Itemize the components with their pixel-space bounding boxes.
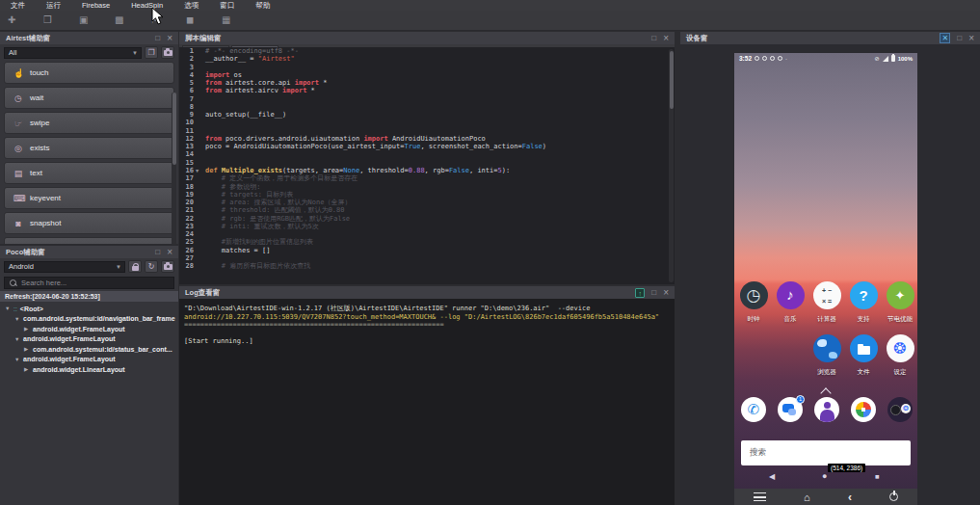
- phone-search-bar[interactable]: 搜索: [741, 440, 911, 465]
- phone-status-bar: 3:52 · ⊘ 100%: [734, 53, 917, 64]
- line-number: 22: [179, 215, 194, 223]
- close-panel-icon[interactable]: [167, 34, 172, 43]
- close-panel-icon[interactable]: [167, 248, 172, 257]
- app-photos[interactable]: [845, 397, 882, 426]
- app-clock[interactable]: 时钟: [735, 281, 772, 324]
- app-phone[interactable]: [735, 397, 772, 426]
- sleep-action-button[interactable]: ☾sleep: [4, 237, 174, 244]
- menu-item[interactable]: 窗口: [209, 1, 245, 11]
- float-panel-icon[interactable]: [651, 288, 656, 297]
- code-text: #新增找到的图片位置信息列表: [205, 238, 313, 246]
- code-line: 6from airtest.aircv import *: [179, 87, 675, 94]
- fold-marker-icon[interactable]: ▼: [196, 167, 199, 174]
- exists-action-button[interactable]: ◎exists: [4, 137, 174, 159]
- menu-item[interactable]: 文件: [0, 1, 36, 11]
- tree-item[interactable]: ▶com.android.systemui:id/status_bar_cont…: [0, 344, 178, 355]
- tree-item[interactable]: ▶android.widget.FrameLayout: [0, 324, 178, 334]
- menu-icon[interactable]: [754, 492, 766, 501]
- expanded-arrow-icon[interactable]: ▼: [14, 336, 20, 342]
- api-filter-dropdown[interactable]: All ▼: [4, 47, 142, 59]
- poco-driver-dropdown[interactable]: Android ▼: [4, 261, 125, 273]
- collapsed-arrow-icon[interactable]: ▶: [24, 346, 30, 352]
- app-drawer-chevron-icon[interactable]: [822, 387, 830, 395]
- log-scroll-lock-icon[interactable]: ↑: [635, 288, 645, 298]
- wait-action-button[interactable]: ◷wait: [4, 87, 174, 109]
- app-files[interactable]: 文件: [845, 334, 882, 377]
- touch-position-toggle-icon[interactable]: ✕: [940, 33, 950, 43]
- close-panel-icon[interactable]: [968, 34, 974, 43]
- tree-item[interactable]: ▼⁚⁚<Root>: [0, 304, 178, 314]
- poco-lock-button[interactable]: [128, 260, 142, 273]
- tree-item-label: android.widget.LinearLayout: [33, 366, 125, 373]
- snapshot-action-button[interactable]: ◙snapshot: [4, 212, 174, 234]
- poco-search-input[interactable]: Search here...: [4, 277, 174, 289]
- save-script-button[interactable]: ▣: [71, 15, 107, 25]
- tree-item[interactable]: ▼android.widget.FrameLayout: [0, 334, 178, 345]
- tree-item[interactable]: ▼android.widget.FrameLayout: [0, 355, 178, 365]
- app-browser[interactable]: 浏览器: [808, 334, 845, 377]
- poco-refresh-button[interactable]: ↻: [145, 260, 158, 273]
- code-line: 20 # area: 搜索区域，默认为None（全屏）: [179, 199, 675, 206]
- code-text: # inti: 重试次数，默认为5次: [205, 223, 319, 230]
- stop-script-button[interactable]: ◼: [178, 15, 214, 25]
- app-battery-saver[interactable]: 节电优能: [882, 281, 917, 324]
- poco-inspect-button[interactable]: [161, 260, 174, 273]
- android-back-button[interactable]: ◀: [769, 472, 775, 481]
- float-panel-icon[interactable]: [155, 34, 160, 42]
- app-support[interactable]: 支持: [845, 281, 882, 324]
- code-editor[interactable]: 1# -*- encoding=utf8 -*-2__author__ = "A…: [179, 47, 675, 284]
- code-text: poco = AndroidUiautomationPoco(use_airte…: [205, 143, 546, 150]
- close-panel-icon[interactable]: [663, 34, 669, 43]
- app-messages[interactable]: 1: [772, 397, 808, 426]
- swipe-action-button[interactable]: ☞swipe: [4, 112, 174, 134]
- code-line: 14: [179, 150, 675, 158]
- menu-item[interactable]: 运行: [36, 1, 71, 11]
- home-icon[interactable]: ⌂: [804, 492, 810, 503]
- float-panel-icon[interactable]: [651, 34, 656, 42]
- expanded-arrow-icon[interactable]: ▼: [5, 306, 11, 311]
- app-music[interactable]: 音乐: [772, 281, 808, 324]
- refresh-entry[interactable]: Refresh:[2024-06-20 15:52:53]: [0, 291, 178, 302]
- back-icon[interactable]: ‹: [848, 492, 852, 502]
- editor-scrollbar[interactable]: [669, 49, 674, 282]
- power-icon[interactable]: [889, 492, 898, 501]
- collapsed-arrow-icon[interactable]: ▶: [24, 366, 30, 372]
- app-settings[interactable]: 设定: [882, 334, 917, 377]
- save-as-button[interactable]: ▩: [107, 15, 143, 25]
- open-script-button[interactable]: ❒: [36, 15, 71, 25]
- tree-item[interactable]: ▼com.android.systemui:id/navigation_bar_…: [0, 314, 178, 325]
- app-contacts[interactable]: [808, 397, 845, 426]
- float-panel-icon[interactable]: [155, 248, 160, 256]
- app-calculator[interactable]: 计算器: [808, 281, 845, 324]
- log-output[interactable]: "D:\Download\AirtestIDE-win-1.2.17 (社区版)…: [179, 299, 675, 505]
- android-recents-button[interactable]: ■: [875, 472, 880, 481]
- code-line: 3: [179, 64, 675, 71]
- touch-action-button[interactable]: ☝touch: [4, 62, 174, 84]
- keyevent-action-button[interactable]: ⌨keyevent: [4, 187, 174, 209]
- float-panel-icon[interactable]: [957, 34, 962, 42]
- tree-item[interactable]: ▶android.widget.LinearLayout: [0, 364, 178, 375]
- window-layout-button[interactable]: ▦: [214, 15, 250, 25]
- wait-icon: ◷: [13, 93, 23, 103]
- new-script-button[interactable]: ✚: [0, 15, 36, 25]
- device-screen[interactable]: 3:52 · ⊘ 100% 时钟音乐计算器支持节电优能 浏览器文件设定 1 搜索…: [734, 53, 917, 489]
- menu-item[interactable]: Firebase: [71, 1, 120, 11]
- code-line: 12from poco.drivers.android.uiautomation…: [179, 135, 675, 143]
- menu-item[interactable]: 选项: [173, 1, 209, 11]
- menu-item[interactable]: HeadSpin: [120, 1, 173, 11]
- close-panel-icon[interactable]: [663, 288, 669, 298]
- android-home-button[interactable]: ●: [822, 471, 827, 481]
- app-app-folder[interactable]: [882, 397, 917, 426]
- camera-button[interactable]: [161, 46, 174, 59]
- screenshot-region-button[interactable]: ❐: [145, 46, 158, 59]
- airtest-scrollbar[interactable]: [172, 93, 176, 244]
- collapsed-arrow-icon[interactable]: ▶: [24, 326, 30, 332]
- expanded-arrow-icon[interactable]: ▼: [14, 316, 20, 322]
- line-number: 16: [179, 167, 194, 174]
- toolbar: ✚❒▣▩⚑◼▦: [0, 11, 980, 31]
- lock-icon: [132, 263, 139, 271]
- menu-item[interactable]: 帮助: [245, 1, 280, 11]
- expanded-arrow-icon[interactable]: ▼: [14, 357, 20, 362]
- text-action-button[interactable]: ▤text: [4, 162, 174, 184]
- settings-icon: [887, 334, 914, 362]
